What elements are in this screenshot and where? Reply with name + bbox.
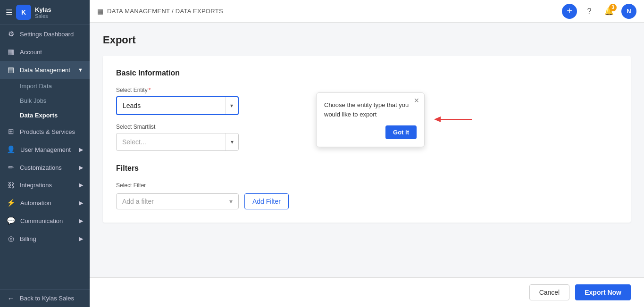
app-title: Kylas bbox=[35, 6, 51, 13]
sidebar-item-settings-dashboard[interactable]: ⚙ Settings Dashboard bbox=[0, 25, 90, 43]
hamburger-icon[interactable]: ☰ bbox=[6, 8, 12, 17]
sidebar-item-data-management[interactable]: ▤ Data Management ▼ bbox=[0, 61, 90, 79]
sidebar-item-import-data[interactable]: Import Data bbox=[0, 79, 90, 93]
cancel-button[interactable]: Cancel bbox=[529, 284, 570, 300]
chevron-right-icon-5: ▶ bbox=[79, 218, 83, 224]
sidebar: ☰ K Kylas Sales ⚙ Settings Dashboard ▦ A… bbox=[0, 0, 90, 307]
sidebar-item-automation[interactable]: ⚡ Automation ▶ bbox=[0, 194, 90, 212]
integrations-icon: ⛓ bbox=[7, 181, 15, 189]
export-now-button[interactable]: Export Now bbox=[575, 284, 631, 300]
sidebar-label-data-management: Data Management bbox=[20, 66, 70, 74]
chevron-right-icon-6: ▶ bbox=[79, 236, 83, 242]
sidebar-label-billing: Billing bbox=[20, 235, 36, 242]
entity-select[interactable]: Leads ▾ bbox=[116, 96, 239, 115]
notification-count: 3 bbox=[609, 4, 617, 11]
popover: ✕ Choose the entity type that you would … bbox=[316, 92, 425, 147]
breadcrumb: DATA MANAGEMENT / DATA EXPORTS bbox=[107, 8, 223, 15]
sidebar-label-data-exports: Data Exports bbox=[20, 112, 58, 119]
filter-row: Add a filter ▾ Add Filter bbox=[116, 193, 618, 209]
required-marker: * bbox=[149, 87, 151, 93]
sidebar-label-products-services: Products & Services bbox=[20, 128, 75, 135]
basic-info-title: Basic Information bbox=[116, 69, 618, 77]
chevron-down-icon: ▼ bbox=[78, 67, 83, 73]
user-management-icon: 👤 bbox=[7, 145, 16, 154]
page-content: Export Basic Information Select Entity* … bbox=[90, 23, 644, 277]
sidebar-item-billing[interactable]: ◎ Billing ▶ bbox=[0, 230, 90, 248]
data-management-icon: ▤ bbox=[7, 66, 15, 74]
back-icon: ← bbox=[7, 294, 15, 302]
avatar[interactable]: N bbox=[621, 4, 636, 19]
smartlist-chevron-icon[interactable]: ▾ bbox=[226, 133, 238, 150]
sidebar-label-back: Back to Kylas Sales bbox=[20, 295, 74, 302]
filters-section: Filters Select Filter Add a filter ▾ Add… bbox=[116, 164, 618, 209]
chevron-right-icon-3: ▶ bbox=[79, 182, 83, 188]
main-area: ▦ DATA MANAGEMENT / DATA EXPORTS + ? 🔔 3… bbox=[90, 0, 644, 307]
page-title: Export bbox=[103, 34, 631, 46]
app-name: Kylas Sales bbox=[35, 6, 51, 19]
sidebar-item-products-services[interactable]: ⊞ Products & Services bbox=[0, 123, 90, 141]
sidebar-label-communication: Communication bbox=[20, 217, 63, 224]
notification-button[interactable]: 🔔 3 bbox=[602, 4, 617, 19]
sidebar-label-bulk-jobs: Bulk Jobs bbox=[20, 97, 46, 104]
sidebar-item-user-management[interactable]: 👤 User Management ▶ bbox=[0, 141, 90, 158]
popover-text: Choose the entity type that you would li… bbox=[324, 100, 417, 119]
sidebar-label-settings-dashboard: Settings Dashboard bbox=[20, 31, 74, 38]
entity-chevron-icon[interactable]: ▾ bbox=[225, 97, 238, 114]
select-filter-label: Select Filter bbox=[116, 182, 618, 189]
sidebar-item-account[interactable]: ▦ Account bbox=[0, 43, 90, 61]
sidebar-label-import-data: Import Data bbox=[20, 83, 52, 90]
automation-icon: ⚡ bbox=[7, 199, 16, 207]
help-button[interactable]: ? bbox=[582, 4, 597, 19]
svg-marker-1 bbox=[434, 116, 441, 122]
sidebar-item-data-exports[interactable]: Data Exports bbox=[0, 108, 90, 123]
filter-placeholder: Add a filter bbox=[122, 198, 154, 205]
sidebar-item-back[interactable]: ← Back to Kylas Sales bbox=[0, 290, 90, 307]
smartlist-select[interactable]: Select... ▾ bbox=[116, 133, 239, 151]
table-icon: ▦ bbox=[97, 8, 103, 15]
sidebar-item-communication[interactable]: 💬 Communication ▶ bbox=[0, 212, 90, 230]
app-logo: K bbox=[16, 5, 31, 20]
sidebar-label-integrations: Integrations bbox=[20, 182, 52, 189]
topbar-actions: + ? 🔔 3 N bbox=[562, 4, 636, 19]
billing-icon: ◎ bbox=[7, 234, 15, 243]
chevron-right-icon-2: ▶ bbox=[79, 165, 83, 171]
footer: Cancel Export Now bbox=[90, 277, 644, 307]
add-filter-button[interactable]: Add Filter bbox=[244, 193, 289, 209]
communication-icon: 💬 bbox=[7, 216, 16, 225]
app-subtitle: Sales bbox=[35, 13, 51, 19]
filters-title: Filters bbox=[116, 164, 618, 173]
customizations-icon: ✏ bbox=[7, 163, 15, 172]
add-button[interactable]: + bbox=[562, 4, 577, 19]
sidebar-bottom: ← Back to Kylas Sales bbox=[0, 289, 90, 307]
got-it-button[interactable]: Got it bbox=[385, 125, 417, 139]
chevron-right-icon: ▶ bbox=[79, 147, 83, 153]
sidebar-label-customizations: Customizations bbox=[20, 164, 62, 171]
red-arrow-indicator bbox=[434, 115, 472, 124]
smartlist-placeholder: Select... bbox=[117, 134, 226, 149]
sidebar-item-customizations[interactable]: ✏ Customizations ▶ bbox=[0, 158, 90, 176]
sidebar-item-bulk-jobs[interactable]: Bulk Jobs bbox=[0, 93, 90, 108]
settings-icon: ⚙ bbox=[7, 30, 15, 38]
sidebar-label-user-management: User Management bbox=[20, 146, 71, 153]
sidebar-item-integrations[interactable]: ⛓ Integrations ▶ bbox=[0, 176, 90, 194]
filter-chevron-icon: ▾ bbox=[229, 198, 233, 205]
filter-select[interactable]: Add a filter ▾ bbox=[116, 193, 239, 209]
topbar: ▦ DATA MANAGEMENT / DATA EXPORTS + ? 🔔 3… bbox=[90, 0, 644, 23]
sidebar-label-automation: Automation bbox=[20, 199, 51, 207]
sidebar-header: ☰ K Kylas Sales bbox=[0, 0, 90, 25]
products-icon: ⊞ bbox=[7, 127, 15, 136]
chevron-right-icon-4: ▶ bbox=[79, 200, 83, 206]
account-icon: ▦ bbox=[7, 48, 15, 56]
entity-select-value: Leads bbox=[117, 98, 225, 113]
sidebar-label-account: Account bbox=[20, 49, 42, 56]
popover-close-button[interactable]: ✕ bbox=[414, 97, 419, 104]
